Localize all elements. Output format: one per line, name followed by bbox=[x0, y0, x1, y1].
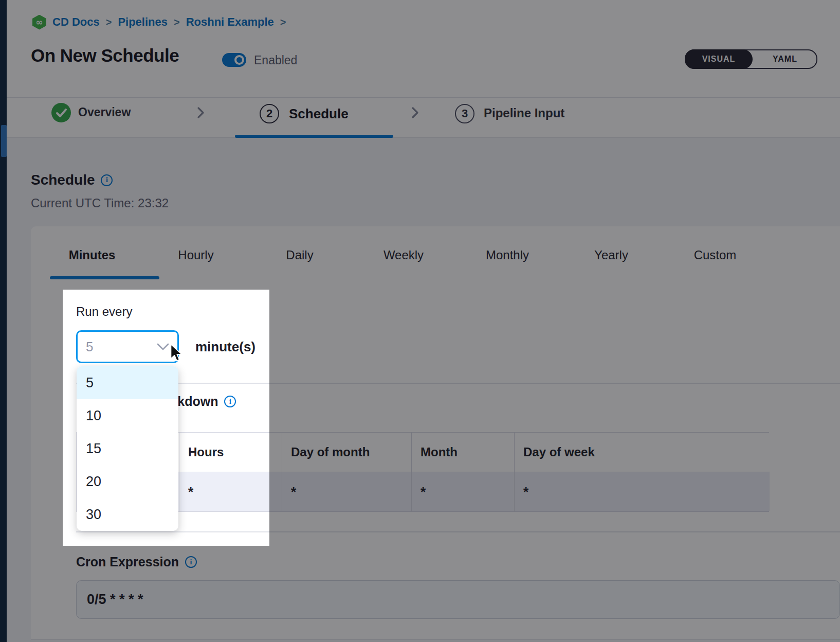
column-header-month: Month bbox=[412, 433, 515, 472]
active-tab-indicator bbox=[50, 276, 159, 279]
dropdown-option-15[interactable]: 15 bbox=[77, 432, 178, 465]
step-pipeline-input[interactable]: Pipeline Input bbox=[484, 106, 564, 120]
cell-hours-value: * bbox=[179, 472, 282, 511]
cron-expression-input[interactable]: 0/5 * * * * bbox=[76, 580, 840, 619]
section-divider bbox=[76, 531, 840, 532]
breakdown-info-icon[interactable]: i bbox=[224, 396, 236, 407]
tab-monthly[interactable]: Monthly bbox=[455, 234, 559, 276]
minutes-dropdown-menu: 5 10 15 20 30 bbox=[77, 366, 178, 531]
schedule-info-icon[interactable]: i bbox=[101, 174, 113, 186]
breadcrumb-link-pipelines[interactable]: Pipelines bbox=[118, 15, 168, 29]
collapsed-sidebar bbox=[0, 0, 7, 642]
dropdown-option-10[interactable]: 10 bbox=[77, 399, 178, 432]
cell-day-of-month-value: * bbox=[282, 472, 412, 511]
tab-hourly[interactable]: Hourly bbox=[144, 234, 248, 276]
toggle-knob-icon bbox=[234, 55, 244, 65]
enabled-toggle[interactable] bbox=[222, 53, 246, 67]
page-title: On New Schedule bbox=[31, 45, 179, 66]
minutes-unit-label: minute(s) bbox=[195, 339, 255, 355]
column-header-day-of-week: Day of week bbox=[515, 433, 770, 472]
step-schedule[interactable]: Schedule bbox=[289, 106, 349, 122]
breadcrumb-separator-icon: > bbox=[174, 16, 180, 28]
tab-weekly[interactable]: Weekly bbox=[352, 234, 455, 276]
step-overview[interactable]: Overview bbox=[78, 105, 131, 119]
tab-custom[interactable]: Custom bbox=[663, 234, 767, 276]
app-window: ∞ CD Docs > Pipelines > Roshni Example >… bbox=[0, 0, 840, 642]
frequency-tabs: Minutes Hourly Daily Weekly Monthly Year… bbox=[40, 234, 767, 276]
minutes-select[interactable]: 5 bbox=[76, 330, 179, 363]
visual-mode-button[interactable]: VISUAL bbox=[685, 49, 753, 69]
harness-cd-logo-icon: ∞ bbox=[32, 15, 46, 30]
step-complete-check-icon bbox=[51, 103, 71, 122]
cell-day-of-week-value: * bbox=[515, 472, 770, 511]
dropdown-option-30[interactable]: 30 bbox=[77, 498, 178, 531]
cron-expression-heading: Cron Expression i bbox=[76, 555, 197, 569]
schedule-heading-label: Schedule bbox=[31, 172, 95, 188]
run-every-label: Run every bbox=[76, 305, 132, 319]
mouse-cursor-icon bbox=[169, 344, 183, 362]
section-divider bbox=[76, 383, 840, 384]
cron-expression-label: Cron Expression bbox=[76, 555, 179, 569]
step-2-badge: 2 bbox=[260, 104, 279, 123]
schedule-section-heading: Schedule i bbox=[31, 172, 113, 188]
cell-month-value: * bbox=[412, 472, 515, 511]
step-3-badge: 3 bbox=[455, 104, 474, 123]
breadcrumb-link-cd-docs[interactable]: CD Docs bbox=[52, 15, 100, 29]
breadcrumb-separator-icon: > bbox=[106, 16, 112, 28]
yaml-mode-button[interactable]: YAML bbox=[754, 50, 816, 68]
enabled-label: Enabled bbox=[254, 53, 297, 67]
breadcrumb: ∞ CD Docs > Pipelines > Roshni Example > bbox=[32, 14, 286, 30]
breadcrumb-separator-icon: > bbox=[280, 16, 286, 28]
cron-breakdown-table: Minutes Hours Day of month Month Day of … bbox=[76, 432, 769, 512]
current-utc-time: Current UTC Time: 23:32 bbox=[31, 196, 169, 210]
step-chevron-icon bbox=[194, 105, 207, 120]
dropdown-option-5[interactable]: 5 bbox=[77, 366, 178, 399]
minutes-select-value: 5 bbox=[86, 339, 93, 355]
step-chevron-icon bbox=[409, 105, 421, 120]
sidebar-active-indicator bbox=[1, 125, 7, 157]
visual-yaml-switch: VISUAL YAML bbox=[685, 49, 817, 69]
tab-minutes[interactable]: Minutes bbox=[40, 234, 144, 276]
column-header-hours: Hours bbox=[179, 433, 282, 472]
column-header-day-of-month: Day of month bbox=[282, 433, 412, 472]
wizard-steps-bar bbox=[7, 97, 840, 138]
breadcrumb-link-roshni-example[interactable]: Roshni Example bbox=[186, 15, 274, 29]
tab-yearly[interactable]: Yearly bbox=[559, 234, 663, 276]
chevron-down-icon bbox=[157, 343, 169, 351]
tab-daily[interactable]: Daily bbox=[248, 234, 352, 276]
dropdown-option-20[interactable]: 20 bbox=[77, 465, 178, 498]
cron-info-icon[interactable]: i bbox=[185, 556, 197, 568]
